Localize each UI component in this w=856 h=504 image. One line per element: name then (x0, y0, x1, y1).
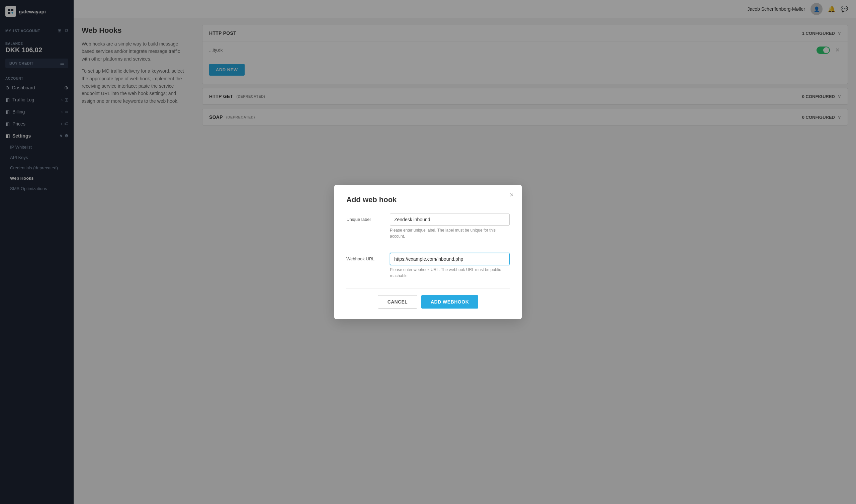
unique-label-label: Unique label (346, 214, 383, 222)
webhook-url-field-wrap: Please enter webhook URL. The webhook UR… (390, 253, 510, 279)
unique-label-field-wrap: Please enter unique label. The label mus… (390, 214, 510, 239)
webhook-url-input[interactable] (390, 253, 510, 265)
modal-actions: CANCEL ADD WEBHOOK (346, 288, 510, 309)
modal-close-button[interactable]: × (510, 192, 514, 198)
unique-label-row: Unique label Please enter unique label. … (346, 214, 510, 239)
webhook-url-hint: Please enter webhook URL. The webhook UR… (390, 267, 510, 279)
webhook-url-row: Webhook URL Please enter webhook URL. Th… (346, 253, 510, 279)
add-webhook-modal: Add web hook × Unique label Please enter… (334, 185, 522, 319)
unique-label-hint: Please enter unique label. The label mus… (390, 227, 510, 239)
modal-title: Add web hook (346, 195, 510, 204)
modal-overlay: Add web hook × Unique label Please enter… (0, 0, 856, 504)
webhook-url-label: Webhook URL (346, 253, 383, 262)
cancel-button[interactable]: CANCEL (378, 295, 417, 309)
add-webhook-button[interactable]: ADD WEBHOOK (421, 295, 478, 309)
unique-label-input[interactable] (390, 214, 510, 226)
